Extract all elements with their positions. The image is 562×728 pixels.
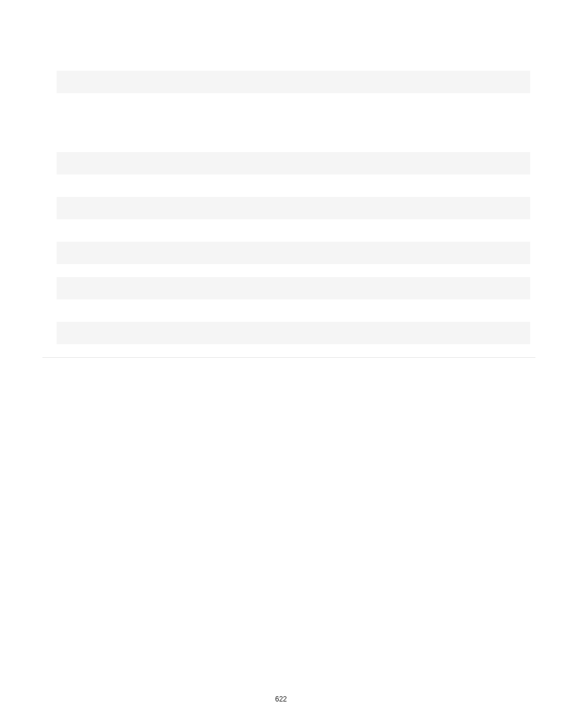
redacted-bar — [57, 197, 530, 219]
horizontal-divider — [42, 357, 535, 358]
spacer — [57, 264, 530, 277]
page-number: 622 — [0, 695, 562, 703]
redacted-block-container — [57, 71, 530, 344]
spacer — [57, 299, 530, 322]
redacted-bar — [57, 277, 530, 299]
spacer — [57, 174, 530, 197]
redacted-bar — [57, 242, 530, 264]
redacted-bar — [57, 322, 530, 344]
spacer — [57, 219, 530, 242]
redacted-bar — [57, 152, 530, 174]
spacer — [57, 93, 530, 152]
redacted-bar — [57, 71, 530, 93]
